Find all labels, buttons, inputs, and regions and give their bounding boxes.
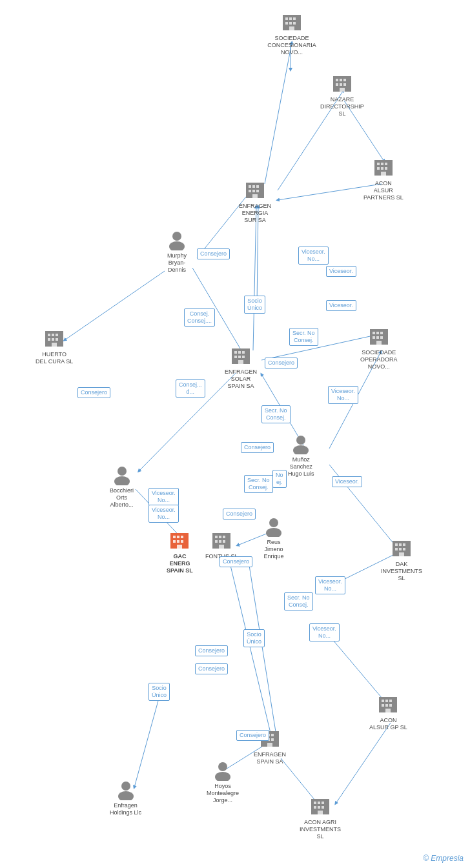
svg-rect-118 xyxy=(382,704,384,707)
svg-rect-65 xyxy=(52,338,54,341)
node-label: BocchieriOrtsAlberto... xyxy=(110,487,134,508)
building-icon xyxy=(390,536,413,559)
badge-secr-no-consej-3[interactable]: Secr. NoConsej. xyxy=(244,475,273,493)
svg-rect-41 xyxy=(340,88,345,92)
svg-rect-90 xyxy=(177,536,179,538)
svg-rect-116 xyxy=(385,700,388,702)
svg-rect-53 xyxy=(256,185,259,188)
graph-container: SOCIEDADE CONCESIONARIA NOVO... NAZAREDI… xyxy=(0,0,470,868)
svg-rect-36 xyxy=(340,79,342,81)
svg-rect-140 xyxy=(322,806,324,809)
svg-rect-89 xyxy=(173,536,176,538)
svg-line-9 xyxy=(253,207,256,350)
svg-rect-83 xyxy=(376,341,382,345)
watermark: © Empresia xyxy=(423,854,464,863)
node-label: HUERTODEL CURA SL xyxy=(36,351,73,365)
svg-rect-55 xyxy=(252,190,255,192)
node-label: ACON AGRIINVESTMENTSSL xyxy=(300,819,341,840)
svg-rect-56 xyxy=(256,190,259,192)
svg-rect-32 xyxy=(293,22,296,25)
svg-rect-43 xyxy=(377,163,380,165)
svg-rect-77 xyxy=(373,332,375,334)
badge-viceseor-no-2[interactable]: Viceseor.No... xyxy=(328,386,358,404)
svg-point-84 xyxy=(118,467,127,476)
badge-consejero-murphy[interactable]: Consejero xyxy=(197,248,230,259)
node-label: ACONALSURPARTNERS SL xyxy=(363,180,404,201)
svg-rect-108 xyxy=(399,543,402,546)
svg-rect-138 xyxy=(314,806,316,809)
svg-rect-117 xyxy=(389,700,392,702)
building-icon xyxy=(372,155,395,178)
svg-rect-110 xyxy=(395,548,398,550)
badge-viceseor-bocchieri-2[interactable]: Viceseor.No... xyxy=(148,505,179,523)
badge-consejero-enfragen-spain[interactable]: Consejero xyxy=(236,730,269,741)
node-label: EnfragenHoldings Llc xyxy=(110,802,141,816)
node-acon-agri-investments: ACON AGRIINVESTMENTSSL xyxy=(300,794,341,840)
badge-viceseor-no-1[interactable]: Viceseor.No... xyxy=(298,247,329,265)
badge-socio-unico-3[interactable]: SocioÚnico xyxy=(148,683,170,701)
node-label: ReusJimenoEnrique xyxy=(263,539,283,560)
building-icon xyxy=(309,794,332,817)
person-icon xyxy=(167,230,187,250)
svg-rect-30 xyxy=(285,22,288,25)
svg-rect-49 xyxy=(381,172,386,176)
building-icon xyxy=(229,343,252,367)
badge-consejero-fontus[interactable]: Consejero xyxy=(220,556,252,567)
svg-point-105 xyxy=(266,528,281,537)
badge-secr-no-consej-4[interactable]: Secr. NoConsej. xyxy=(284,592,313,611)
node-label: ENFRAGENSPAIN SA xyxy=(254,751,286,765)
svg-rect-80 xyxy=(373,336,375,339)
svg-rect-78 xyxy=(376,332,379,334)
node-sociedade-operadora: SOCIEDADEOPERADORANOVO... xyxy=(360,324,398,370)
svg-rect-111 xyxy=(399,548,402,550)
svg-point-130 xyxy=(218,762,227,771)
svg-rect-113 xyxy=(399,552,404,556)
svg-rect-81 xyxy=(376,336,379,339)
badge-viceseor-2[interactable]: Viceseor. xyxy=(326,300,356,311)
svg-rect-57 xyxy=(252,194,258,198)
node-nazare-directorship: NAZAREDIRECTORSHIPSL xyxy=(320,71,364,117)
badge-consejero-3[interactable]: Consejero xyxy=(241,442,274,453)
node-murphy-bryan: MurphyBryan-Dennis xyxy=(167,230,187,273)
badge-consejero-6[interactable]: Consejero xyxy=(195,663,228,674)
connection-lines xyxy=(0,0,470,868)
node-sociedade-concesionaria: SOCIEDADE CONCESIONARIA NOVO... xyxy=(266,10,318,56)
badge-consejero-4[interactable]: Consejero xyxy=(223,509,256,520)
building-icon xyxy=(243,177,267,201)
badge-viceseor-no-3[interactable]: Viceseor.No... xyxy=(309,623,340,641)
badge-consejero-solar[interactable]: Consejero xyxy=(265,358,298,368)
svg-rect-91 xyxy=(181,536,183,538)
svg-rect-52 xyxy=(252,185,255,188)
svg-rect-71 xyxy=(242,351,245,354)
badge-secr-no-consej-1[interactable]: Secr. NoConsej. xyxy=(289,328,318,346)
badge-no-ej[interactable]: Noej. xyxy=(272,470,287,488)
svg-point-86 xyxy=(296,436,305,445)
node-label: SOCIEDADE CONCESIONARIA NOVO... xyxy=(266,35,318,56)
badge-viceseor-bocchieri-1[interactable]: Viceseor.No... xyxy=(148,488,179,506)
svg-rect-72 xyxy=(234,356,237,358)
node-label: HoyosMontealegreJorge... xyxy=(207,783,239,803)
svg-rect-137 xyxy=(322,802,324,804)
svg-point-131 xyxy=(215,772,230,781)
badge-consej-d[interactable]: Consej...d... xyxy=(176,379,205,398)
svg-line-22 xyxy=(134,694,160,787)
badge-viceseor-no-dak[interactable]: Viceseor.No... xyxy=(315,576,345,594)
badge-consej-1[interactable]: Consej.Consej.... xyxy=(184,308,215,327)
badge-secr-no-consej-2[interactable]: Secr. NoConsej. xyxy=(261,405,291,423)
badge-socio-unico-2[interactable]: SocioÚnico xyxy=(243,629,265,647)
node-munoz-sanchez: MuñozSanchezHugo Luis xyxy=(288,434,314,477)
svg-rect-119 xyxy=(385,704,388,707)
svg-rect-79 xyxy=(380,332,383,334)
svg-rect-109 xyxy=(403,543,405,546)
badge-viceseor-1[interactable]: Viceseor. xyxy=(326,266,356,277)
svg-point-132 xyxy=(121,782,130,791)
badge-consejero-huerto[interactable]: Consejero xyxy=(77,387,110,398)
badge-consejero-5[interactable]: Consejero xyxy=(195,645,228,656)
badge-viceseor-munoz[interactable]: Viceseor. xyxy=(332,476,362,487)
building-icon xyxy=(168,528,191,551)
svg-rect-107 xyxy=(395,543,398,546)
badge-socio-unico-1[interactable]: SocioÚnico xyxy=(244,296,265,314)
node-label: NAZAREDIRECTORSHIPSL xyxy=(320,96,364,117)
svg-rect-94 xyxy=(181,540,183,543)
svg-rect-35 xyxy=(336,79,338,81)
